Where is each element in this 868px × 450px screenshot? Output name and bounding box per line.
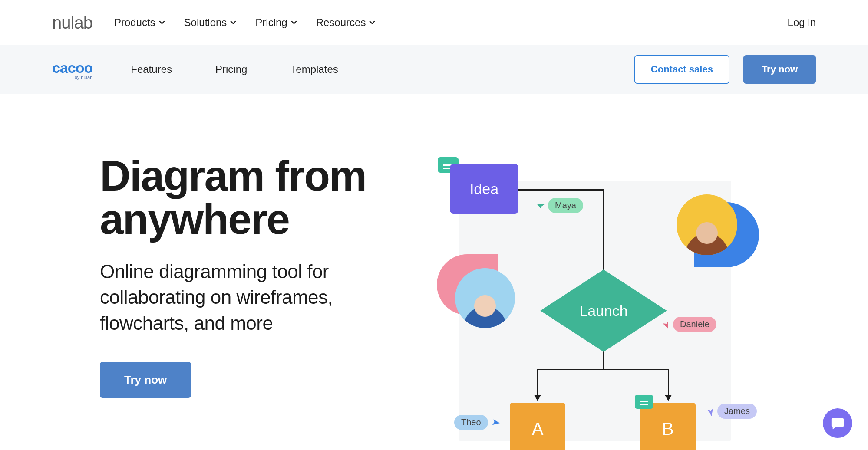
nav-solutions-label: Solutions bbox=[184, 16, 227, 29]
flowchart-launch-label: Launch bbox=[538, 302, 669, 319]
nulab-logo[interactable]: nulab bbox=[52, 13, 92, 33]
arrow-icon bbox=[665, 395, 672, 401]
topnav-menu: Products Solutions Pricing Resources bbox=[114, 16, 376, 29]
nav-pricing[interactable]: Pricing bbox=[255, 16, 297, 29]
chat-widget-button[interactable] bbox=[823, 408, 852, 438]
arrow-icon bbox=[534, 395, 541, 401]
cursor-daniele: Daniele bbox=[662, 317, 716, 332]
cacoo-logo-text: cacoo bbox=[52, 59, 92, 76]
user-avatar-icon bbox=[677, 194, 737, 255]
subnav-templates[interactable]: Templates bbox=[290, 63, 338, 76]
subnav-actions: Contact sales Try now bbox=[634, 55, 816, 84]
chevron-down-icon bbox=[230, 20, 236, 26]
user-tag-james: James bbox=[717, 404, 757, 419]
nav-products[interactable]: Products bbox=[114, 16, 165, 29]
flowchart-idea-node: Idea bbox=[450, 164, 518, 214]
flowchart-launch-node: Launch bbox=[538, 269, 669, 352]
nav-resources-label: Resources bbox=[316, 16, 366, 29]
hero-section: Diagram from anywhere Online diagramming… bbox=[0, 94, 868, 450]
flow-line bbox=[603, 189, 604, 278]
cursor-james: James bbox=[706, 404, 757, 419]
subnav-pricing[interactable]: Pricing bbox=[215, 63, 247, 76]
hero-text: Diagram from anywhere Online diagramming… bbox=[100, 154, 404, 398]
chevron-down-icon bbox=[291, 20, 297, 26]
avatar-right bbox=[677, 194, 759, 277]
subnav-menu: Features Pricing Templates bbox=[131, 63, 338, 76]
cursor-maya: Maya bbox=[537, 198, 583, 213]
subnav-features[interactable]: Features bbox=[131, 63, 172, 76]
contact-sales-button[interactable]: Contact sales bbox=[634, 55, 729, 84]
cursor-icon bbox=[535, 200, 547, 211]
login-link[interactable]: Log in bbox=[788, 16, 816, 29]
hero-illustration: Idea Launch Maya Daniele Theo bbox=[430, 154, 816, 450]
chat-icon bbox=[830, 416, 845, 430]
user-tag-daniele: Daniele bbox=[673, 317, 716, 332]
flowchart-b-node: B bbox=[640, 403, 696, 450]
avatar-left bbox=[437, 254, 515, 332]
cursor-icon bbox=[704, 405, 716, 417]
nav-products-label: Products bbox=[114, 16, 155, 29]
cursor-icon bbox=[660, 319, 672, 330]
comment-icon bbox=[635, 395, 653, 409]
top-nav: nulab Products Solutions Pricing Resourc… bbox=[0, 0, 868, 45]
cursor-icon bbox=[489, 416, 501, 428]
flow-line bbox=[537, 369, 538, 398]
cacoo-logo[interactable]: cacoo by nulab bbox=[52, 59, 92, 80]
hero-subtitle: Online diagramming tool for collaboratin… bbox=[100, 259, 404, 336]
chevron-down-icon bbox=[159, 20, 165, 26]
flow-line bbox=[668, 369, 669, 398]
sub-nav: cacoo by nulab Features Pricing Template… bbox=[0, 45, 868, 94]
hero-try-now-button[interactable]: Try now bbox=[100, 362, 191, 398]
flow-line bbox=[537, 369, 669, 370]
user-tag-theo: Theo bbox=[454, 415, 488, 430]
nav-resources[interactable]: Resources bbox=[316, 16, 376, 29]
flow-line bbox=[518, 189, 604, 191]
chevron-down-icon bbox=[369, 20, 375, 26]
hero-title: Diagram from anywhere bbox=[100, 154, 404, 241]
user-tag-maya: Maya bbox=[548, 198, 583, 213]
nav-pricing-label: Pricing bbox=[255, 16, 287, 29]
flowchart-a-node: A bbox=[510, 403, 565, 450]
nav-solutions[interactable]: Solutions bbox=[184, 16, 237, 29]
try-now-button[interactable]: Try now bbox=[743, 55, 816, 84]
cursor-theo: Theo bbox=[454, 415, 499, 430]
user-avatar-icon bbox=[455, 268, 515, 328]
